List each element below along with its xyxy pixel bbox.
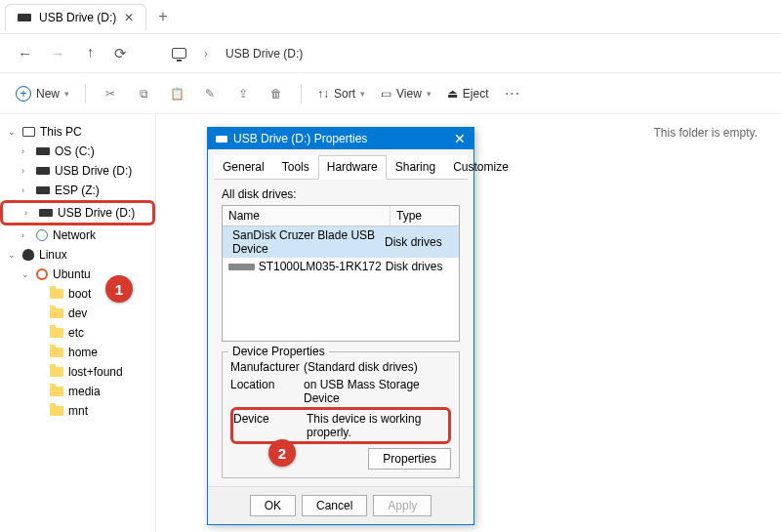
- folder-icon: [50, 367, 63, 377]
- disk-icon: [228, 264, 255, 270]
- drive-list-header: Name Type: [223, 206, 459, 226]
- sidebar-item-folder[interactable]: etc: [0, 323, 155, 343]
- drive-icon: [18, 14, 31, 21]
- eject-icon: ⏏: [447, 87, 458, 101]
- view-label: View: [396, 87, 422, 101]
- prop-device-status-highlighted: DeviceThis device is working properly.: [230, 407, 451, 444]
- view-icon: ▭: [381, 87, 391, 101]
- dialog-tab-tools[interactable]: Tools: [273, 155, 318, 179]
- window-tab[interactable]: USB Drive (D:) ✕: [5, 4, 146, 30]
- folder-icon: [50, 406, 63, 416]
- sidebar-item-usb-d[interactable]: ›USB Drive (D:): [0, 161, 155, 181]
- pc-icon: [22, 127, 35, 137]
- delete-icon[interactable]: 🗑: [267, 85, 285, 102]
- ubuntu-icon: [36, 268, 48, 280]
- folder-icon: [50, 387, 63, 396]
- dialog-titlebar[interactable]: USB Drive (D:) Properties ✕: [208, 128, 473, 149]
- device-properties-legend: Device Properties: [228, 345, 329, 358]
- empty-folder-message: This folder is empty.: [654, 126, 758, 140]
- folder-icon: [50, 289, 63, 299]
- dialog-body: All disk drives: Name Type SanDisk Cruze…: [208, 180, 473, 486]
- drive-icon: [39, 209, 53, 217]
- linux-icon: [22, 249, 34, 261]
- share-icon[interactable]: ⇪: [234, 85, 252, 102]
- sidebar-item-ubuntu[interactable]: ⌄Ubuntu: [0, 265, 155, 284]
- apply-button[interactable]: Apply: [373, 495, 432, 516]
- drive-icon: [36, 186, 50, 194]
- annotation-badge-2: 2: [268, 439, 296, 467]
- properties-dialog: USB Drive (D:) Properties ✕ GeneralTools…: [207, 127, 474, 525]
- dialog-close-button[interactable]: ✕: [454, 131, 466, 146]
- drive-list: Name Type SanDisk Cruzer Blade USB Devic…: [222, 205, 460, 342]
- rename-icon[interactable]: ✎: [201, 85, 219, 102]
- view-button[interactable]: ▭ View ▾: [381, 87, 432, 101]
- nav-bar: ← → → ⟳ › USB Drive (D:): [0, 34, 781, 73]
- close-tab-icon[interactable]: ✕: [124, 11, 134, 24]
- col-type[interactable]: Type: [390, 206, 459, 225]
- drive-icon: [36, 167, 50, 175]
- tab-bar: USB Drive (D:) ✕ +: [0, 0, 781, 34]
- sidebar-item-folder[interactable]: dev: [0, 304, 155, 323]
- sidebar-item-esp-z[interactable]: ›ESP (Z:): [0, 181, 155, 200]
- chevron-down-icon: ▾: [360, 89, 365, 99]
- eject-label: Eject: [463, 87, 489, 101]
- folder-icon: [50, 328, 63, 338]
- more-button[interactable]: ···: [505, 85, 522, 102]
- this-pc-icon: [172, 48, 186, 59]
- sort-button[interactable]: ↑↓ Sort ▾: [317, 87, 365, 101]
- sidebar-item-network[interactable]: ›Network: [0, 225, 155, 245]
- new-label: New: [36, 87, 60, 101]
- eject-button[interactable]: ⏏ Eject: [447, 87, 489, 101]
- cancel-button[interactable]: Cancel: [302, 495, 367, 516]
- chevron-down-icon: ▾: [64, 89, 69, 99]
- sidebar-item-folder[interactable]: media: [0, 382, 155, 401]
- sidebar-item-linux[interactable]: ⌄Linux: [0, 245, 155, 265]
- dialog-tab-general[interactable]: General: [214, 155, 273, 179]
- refresh-button[interactable]: ⟳: [114, 45, 127, 62]
- toolbar: + New ▾ ✂ ⧉ 📋 ✎ ⇪ 🗑 ↑↓ Sort ▾ ▭ View ▾ ⏏…: [0, 73, 781, 114]
- forward-button[interactable]: →: [50, 45, 64, 61]
- all-drives-label: All disk drives:: [222, 187, 460, 201]
- drive-icon: [216, 136, 227, 143]
- plus-circle-icon: +: [16, 86, 31, 102]
- device-properties-group: Device Properties Manufacturer(Standard …: [222, 351, 460, 478]
- sidebar: ⌄This PC ›OS (C:) ›USB Drive (D:) ›ESP (…: [0, 114, 156, 532]
- drive-list-row[interactable]: SanDisk Cruzer Blade USB DeviceDisk driv…: [223, 226, 459, 258]
- folder-icon: [50, 348, 63, 357]
- new-button[interactable]: + New ▾: [16, 86, 69, 102]
- back-button[interactable]: ←: [18, 45, 32, 61]
- tab-title: USB Drive (D:): [39, 11, 116, 24]
- properties-button[interactable]: Properties: [368, 448, 451, 470]
- chevron-down-icon: ▾: [427, 89, 432, 99]
- new-tab-button[interactable]: +: [158, 8, 167, 25]
- copy-icon[interactable]: ⧉: [135, 85, 152, 102]
- sidebar-item-folder[interactable]: lost+found: [0, 362, 155, 382]
- sidebar-item-usb-d-highlighted[interactable]: ›USB Drive (D:): [0, 200, 155, 225]
- dialog-title: USB Drive (D:) Properties: [233, 132, 367, 145]
- dialog-tabs: GeneralToolsHardwareSharingCustomize: [214, 155, 468, 180]
- dialog-tab-customize[interactable]: Customize: [444, 155, 517, 179]
- prop-location: Locationon USB Mass Storage Device: [230, 376, 451, 407]
- dialog-footer: OK Cancel Apply: [208, 486, 473, 524]
- dialog-tab-hardware[interactable]: Hardware: [318, 155, 387, 180]
- breadcrumb-location[interactable]: USB Drive (D:): [226, 47, 303, 61]
- folder-icon: [50, 308, 63, 318]
- sidebar-item-folder[interactable]: mnt: [0, 401, 155, 421]
- drive-list-row[interactable]: ST1000LM035-1RK172Disk drives: [223, 258, 459, 275]
- sidebar-item-this-pc[interactable]: ⌄This PC: [0, 122, 155, 142]
- cut-icon[interactable]: ✂: [102, 85, 119, 102]
- dialog-tab-sharing[interactable]: Sharing: [387, 155, 444, 179]
- prop-manufacturer: Manufacturer(Standard disk drives): [230, 358, 451, 376]
- sidebar-item-os-c[interactable]: ›OS (C:): [0, 142, 155, 161]
- sidebar-item-folder[interactable]: home: [0, 343, 155, 362]
- chevron-right-icon: ›: [204, 47, 208, 61]
- col-name[interactable]: Name: [223, 206, 390, 225]
- paste-icon[interactable]: 📋: [168, 85, 185, 102]
- up-button[interactable]: →: [81, 46, 98, 61]
- ok-button[interactable]: OK: [250, 495, 296, 516]
- annotation-badge-1: 1: [105, 275, 133, 303]
- network-icon: [36, 229, 48, 241]
- drive-icon: [36, 147, 50, 155]
- sort-icon: ↑↓: [317, 87, 329, 101]
- sort-label: Sort: [334, 87, 355, 101]
